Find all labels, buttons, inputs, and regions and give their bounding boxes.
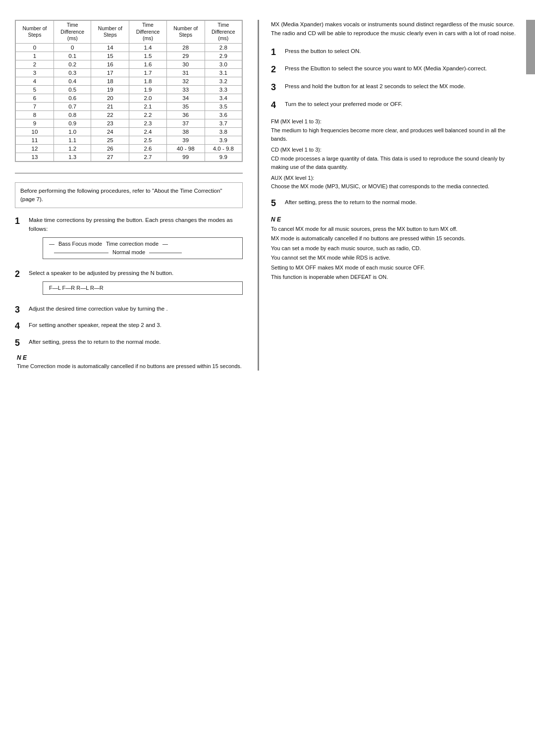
table-cell: 2 <box>16 60 54 68</box>
table-cell: 17 <box>91 68 129 77</box>
mode-diagram: — Bass Focus mode Time correction mode —… <box>43 237 243 259</box>
aux-text: Choose the MX mode (MP3, MUSIC, or MOVIE… <box>271 183 489 189</box>
notice-text: Before performing the following procedur… <box>20 188 222 202</box>
table-cell: 0.2 <box>54 60 91 68</box>
table-cell: 10 <box>16 127 54 136</box>
table-row: 90.9232.3373.7 <box>16 119 242 127</box>
cd-level: CD (MX level 1 to 3): CD mode processes … <box>271 146 520 172</box>
steps-table: Number ofSteps TimeDifference(ms) Number… <box>15 20 242 162</box>
right-step-1: 1 Press the button to select ON. <box>271 47 520 58</box>
step-4-number: 4 <box>15 321 26 332</box>
mode-line-bar: —————————— <box>54 248 108 257</box>
table-cell: 3.4 <box>205 94 242 102</box>
table-row: 30.3171.7313.1 <box>16 68 242 77</box>
table-cell: 13 <box>16 153 54 161</box>
table-cell: 33 <box>166 85 205 94</box>
table-cell: 1.0 <box>54 127 91 136</box>
col-header-diff2: TimeDifference(ms) <box>129 21 166 44</box>
table-cell: 3.3 <box>205 85 242 94</box>
table-cell: 3.0 <box>205 60 242 68</box>
table-row: 111.1252.5393.9 <box>16 136 242 144</box>
right-column: MX (Media Xpander) makes vocals or instr… <box>258 20 520 371</box>
table-cell: 9 <box>16 119 54 127</box>
right-step-1-number: 1 <box>271 47 282 58</box>
table-row: 10.1151.5292.9 <box>16 52 242 60</box>
col-header-steps1: Number ofSteps <box>16 21 54 44</box>
table-cell: 2.5 <box>129 136 166 144</box>
divider-1 <box>15 173 243 173</box>
table-cell: 1.5 <box>129 52 166 60</box>
mode-row-1: — Bass Focus mode Time correction mode — <box>49 240 236 248</box>
table-cell: 20 <box>91 94 129 102</box>
table-cell: 1.7 <box>129 68 166 77</box>
table-cell: 1.9 <box>129 85 166 94</box>
table-cell: 0.6 <box>54 94 91 102</box>
step-5: 5 After setting, press the to return to … <box>15 338 243 349</box>
col-header-diff3: TimeDifference(ms) <box>205 21 242 44</box>
table-cell: 2.3 <box>129 119 166 127</box>
table-cell: 12 <box>16 144 54 153</box>
cd-title: CD (MX level 1 to 3): <box>271 147 321 153</box>
table-cell: 16 <box>91 60 129 68</box>
table-cell: 37 <box>166 119 205 127</box>
table-cell: 29 <box>166 52 205 60</box>
step-3-content: Adjust the desired time correction value… <box>29 305 243 313</box>
step-5-number: 5 <box>15 338 26 349</box>
right-step-5-number: 5 <box>271 198 282 209</box>
col-header-diff1: TimeDifference(ms) <box>54 21 91 44</box>
table-cell: 0 <box>54 43 91 52</box>
table-cell: 2.0 <box>129 94 166 102</box>
table-cell: 35 <box>166 102 205 110</box>
table-cell: 2.4 <box>129 127 166 136</box>
note-line: MX mode is automatically cancelled if no… <box>271 234 520 243</box>
mode-arrow-right: — <box>162 240 168 248</box>
left-column: Number ofSteps TimeDifference(ms) Number… <box>15 20 243 371</box>
table-cell: 15 <box>91 52 129 60</box>
step-3-number: 3 <box>15 305 26 316</box>
step-5-content: After setting, press the to return to th… <box>29 338 243 346</box>
right-step-1-text: Press the button to select ON. <box>285 48 361 54</box>
table-cell: 0.4 <box>54 77 91 85</box>
right-step-3-content: Press and hold the button for at least 2… <box>285 82 520 91</box>
table-cell: 22 <box>91 110 129 119</box>
table-cell: 21 <box>91 102 129 110</box>
table-row: 50.5191.9333.3 <box>16 85 242 94</box>
table-row: 121.2262.640 - 984.0 - 9.8 <box>16 144 242 153</box>
mx-intro-text: MX (Media Xpander) makes vocals or instr… <box>271 21 516 36</box>
step-4: 4 For setting another speaker, repeat th… <box>15 321 243 332</box>
table-cell: 3.2 <box>205 77 242 85</box>
table-cell: 7 <box>16 102 54 110</box>
table-cell: 5 <box>16 85 54 94</box>
step-2-number: 2 <box>15 269 26 280</box>
aux-level: AUX (MX level 1): Choose the MX mode (MP… <box>271 174 520 191</box>
table-cell: 1.4 <box>129 43 166 52</box>
fm-title: FM (MX level 1 to 3): <box>271 118 321 124</box>
right-note-label: N E <box>271 216 520 223</box>
table-cell: 3.5 <box>205 102 242 110</box>
right-note: N E To cancel MX mode for all music sour… <box>271 216 520 282</box>
table-cell: 2.1 <box>129 102 166 110</box>
table-cell: 3.6 <box>205 110 242 119</box>
page: Number ofSteps TimeDifference(ms) Number… <box>15 20 520 371</box>
step-2-content: Select a speaker to be adjusted by press… <box>29 269 243 299</box>
table-row: 20.2161.6303.0 <box>16 60 242 68</box>
right-step-5-content: After setting, press the to return to th… <box>285 198 520 207</box>
table-cell: 27 <box>91 153 129 161</box>
right-step-4-number: 4 <box>271 100 282 111</box>
right-step-2-content: Press the Ebutton to select the source y… <box>285 64 520 73</box>
table-cell: 30 <box>166 60 205 68</box>
right-step-1-content: Press the button to select ON. <box>285 47 520 55</box>
table-row: 70.7212.1353.5 <box>16 102 242 110</box>
table-cell: 4 <box>16 77 54 85</box>
step-1-text: Make time corrections by pressing the bu… <box>29 217 233 231</box>
mx-intro: MX (Media Xpander) makes vocals or instr… <box>271 20 520 38</box>
right-step-5-text: After setting, press the to return to th… <box>285 199 417 205</box>
table-cell: 1.6 <box>129 60 166 68</box>
mode-label-bass: Bass Focus mode <box>58 240 102 248</box>
table-cell: 6 <box>16 94 54 102</box>
aux-title: AUX (MX level 1): <box>271 175 314 181</box>
notice-box: Before performing the following procedur… <box>15 182 243 209</box>
speaker-options: F—L F—R R—L R—R <box>49 284 104 292</box>
note-line: You can set a mode by each music source,… <box>271 244 520 253</box>
table-cell: 24 <box>91 127 129 136</box>
